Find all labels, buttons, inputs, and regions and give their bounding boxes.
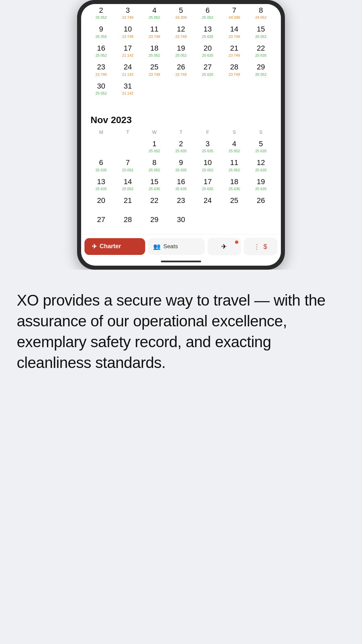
seats-button[interactable]: 👥 Seats	[148, 238, 204, 255]
cal-cell[interactable]: 1023 749	[114, 23, 141, 42]
day-headers-november: M T W T F S S	[88, 128, 274, 136]
cal-cell[interactable]: 3025 052	[88, 80, 114, 99]
marketing-section: XO provides a secure way to travel — wit…	[0, 270, 362, 393]
bottom-spacer	[88, 231, 274, 234]
cal-empty	[248, 80, 274, 99]
cal-cell[interactable]: 2225 635	[248, 42, 274, 61]
plane-icon: ✈	[92, 243, 97, 250]
cal-cell[interactable]: 725 052	[114, 156, 141, 175]
cal-cell[interactable]: 425 052	[141, 4, 168, 23]
cal-cell[interactable]: 22	[141, 194, 168, 213]
cal-empty	[194, 80, 221, 99]
cal-cell[interactable]: 23	[168, 194, 194, 213]
marketing-text: XO provides a secure way to travel — wit…	[17, 290, 345, 373]
more-icon: ⋮ $	[253, 243, 268, 251]
month-title-november: Nov 2023	[88, 109, 274, 128]
more-options-button[interactable]: ⋮ $	[244, 238, 278, 255]
cal-cell[interactable]: 225 635	[168, 138, 194, 156]
cal-cell[interactable]: 1925 635	[248, 175, 274, 194]
cal-cell[interactable]: 20—	[88, 194, 114, 213]
cal-cell[interactable]: 225 052	[88, 4, 114, 23]
cal-cell[interactable]: 28	[114, 213, 141, 227]
november-grid: 125 052 225 635 325 635 425 052 525 635 …	[88, 138, 274, 227]
cal-cell[interactable]: 3121 142	[114, 80, 141, 99]
cal-cell[interactable]: 2725 635	[194, 61, 221, 79]
cal-cell[interactable]: 125 052	[141, 138, 168, 156]
cal-cell[interactable]: 1625 635	[168, 175, 194, 194]
charter-label: Charter	[100, 243, 121, 250]
cal-cell[interactable]: 1925 052	[168, 42, 194, 61]
cal-cell[interactable]: 724 209	[221, 4, 247, 23]
spacer	[88, 102, 274, 109]
notification-dot	[235, 240, 238, 244]
charter-button[interactable]: ✈ Charter	[84, 238, 145, 255]
cal-cell[interactable]: 1721 142	[114, 42, 141, 61]
cal-empty	[88, 138, 114, 156]
cal-cell[interactable]: 2025 635	[194, 42, 221, 61]
cal-cell[interactable]: 1525 052	[248, 23, 274, 42]
cal-cell[interactable]: 1525 635	[141, 175, 168, 194]
cal-cell[interactable]: 1025 052	[194, 156, 221, 175]
cal-cell[interactable]: 2523 749	[141, 61, 168, 79]
cal-cell[interactable]: 925 635	[168, 156, 194, 175]
cal-cell[interactable]: 1725 635	[194, 175, 221, 194]
seats-label: Seats	[163, 243, 178, 250]
cal-empty	[194, 213, 221, 227]
cal-cell[interactable]: 1325 635	[194, 23, 221, 42]
cal-cell[interactable]: 1123 749	[141, 23, 168, 42]
cal-cell[interactable]: 323 749	[114, 4, 141, 23]
cal-cell[interactable]: 1423 749	[221, 23, 247, 42]
cal-cell[interactable]: 926 355	[88, 23, 114, 42]
october-grid: 225 052 323 749 425 052 524 209 625 052 …	[88, 4, 274, 99]
cal-empty	[141, 80, 168, 99]
cal-cell[interactable]: 26	[248, 194, 274, 213]
cal-cell[interactable]: 1625 052	[88, 42, 114, 61]
home-indicator	[161, 261, 201, 262]
cal-cell[interactable]: 1223 749	[168, 23, 194, 42]
october-section: 225 052 323 749 425 052 524 209 625 052 …	[88, 4, 274, 102]
cal-cell[interactable]: 29	[141, 213, 168, 227]
cal-cell[interactable]: 1125 052	[221, 156, 247, 175]
cal-cell[interactable]: 824 052	[248, 4, 274, 23]
flight-icon: ✈	[221, 243, 227, 251]
cal-cell[interactable]: 1825 052	[141, 42, 168, 61]
cal-cell[interactable]: 524 209	[168, 4, 194, 23]
cal-cell[interactable]: 625 635	[88, 156, 114, 175]
cal-cell[interactable]: 2925 052	[248, 61, 274, 79]
cal-cell[interactable]: 2123 749	[221, 42, 247, 61]
phone-screen: 225 052 323 749 425 052 524 209 625 052 …	[81, 4, 281, 266]
flight-status-button[interactable]: ✈	[207, 238, 241, 255]
bottom-tab-bar: ✈ Charter 👥 Seats ✈ ⋮ $	[81, 234, 281, 259]
cal-cell[interactable]: 2421 142	[114, 61, 141, 79]
cal-cell[interactable]: 1425 052	[114, 175, 141, 194]
cal-cell[interactable]: 825 052	[141, 156, 168, 175]
phone-outer: 225 052 323 749 425 052 524 209 625 052 …	[77, 0, 285, 270]
cal-cell[interactable]: 525 635	[248, 138, 274, 156]
phone-frame-container: 225 052 323 749 425 052 524 209 625 052 …	[0, 0, 362, 270]
cal-cell[interactable]: 24	[194, 194, 221, 213]
cal-cell[interactable]: 30	[168, 213, 194, 227]
november-section: Nov 2023 M T W T F S S	[88, 109, 274, 231]
cal-empty	[114, 138, 141, 156]
page-wrapper: 225 052 323 749 425 052 524 209 625 052 …	[0, 0, 362, 644]
cal-cell[interactable]: 27	[88, 213, 114, 227]
cal-cell[interactable]: 325 635	[194, 138, 221, 156]
cal-cell[interactable]: 425 052	[221, 138, 247, 156]
cal-cell[interactable]: 25	[221, 194, 247, 213]
cal-cell[interactable]: 2823 749	[221, 61, 247, 79]
cal-cell[interactable]: 1325 635	[88, 175, 114, 194]
cal-cell[interactable]: 625 052	[194, 4, 221, 23]
cal-empty	[221, 80, 247, 99]
cal-empty	[221, 213, 247, 227]
cal-cell[interactable]: 21—	[114, 194, 141, 213]
cal-cell[interactable]: 1225 635	[248, 156, 274, 175]
seats-icon: 👥	[153, 243, 161, 250]
cal-cell[interactable]: 1825 635	[221, 175, 247, 194]
cal-empty	[168, 80, 194, 99]
cal-empty	[248, 213, 274, 227]
calendar-scroll[interactable]: 225 052 323 749 425 052 524 209 625 052 …	[81, 4, 281, 234]
cal-cell[interactable]: 2323 749	[88, 61, 114, 79]
cal-cell[interactable]: 2623 749	[168, 61, 194, 79]
